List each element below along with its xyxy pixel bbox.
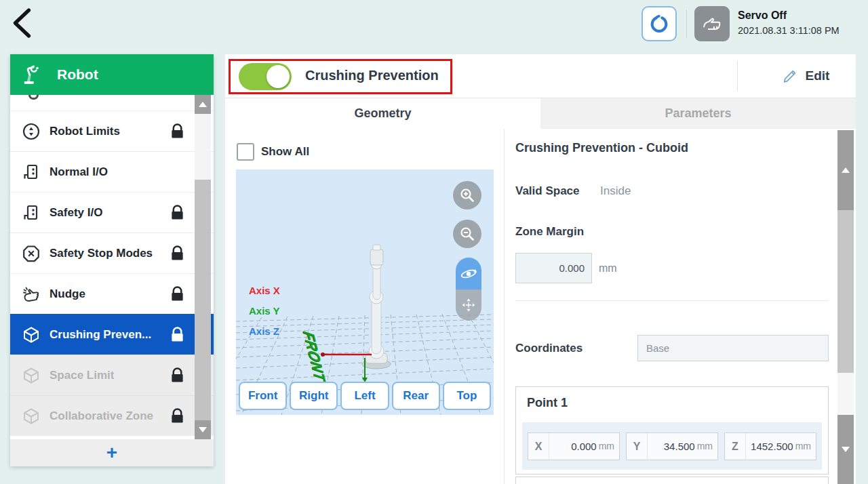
point1-x-field[interactable]: X 0.000 mm xyxy=(528,432,620,460)
rotate-view-button[interactable] xyxy=(456,258,481,289)
scrollbar-thumb[interactable] xyxy=(195,180,211,422)
tab-geometry[interactable]: Geometry xyxy=(225,98,540,129)
servo-status: Servo Off xyxy=(738,9,840,22)
column-divider xyxy=(504,129,505,484)
sidebar-title: Robot xyxy=(57,66,98,83)
sidebar-item-label: Nudge xyxy=(50,287,85,301)
show-all-checkbox[interactable] xyxy=(237,143,254,161)
mode-gripper-icon xyxy=(648,13,670,35)
view-top-button[interactable]: Top xyxy=(443,382,491,410)
arrow-down-icon xyxy=(842,447,850,452)
sidebar-item-crushing-prevention[interactable]: Crushing Preven... xyxy=(10,314,214,355)
tab-bar: Geometry Parameters xyxy=(225,98,856,129)
lock-icon xyxy=(170,204,185,222)
pan-view-button[interactable] xyxy=(456,289,481,321)
cube-icon xyxy=(22,366,41,385)
timestamp: 2021.08.31 3:11:08 PM xyxy=(738,24,840,37)
main-panel: Crushing Prevention Edit Geometry Parame… xyxy=(225,54,856,484)
arrow-down-icon xyxy=(199,427,207,432)
back-button[interactable] xyxy=(9,7,35,39)
toggle-label: Crushing Prevention xyxy=(305,54,439,96)
arrow-up-icon xyxy=(199,102,207,107)
robot-arm-icon xyxy=(21,65,40,84)
sidebar-item-safety-io[interactable]: Safety I/O xyxy=(10,192,214,233)
lock-icon xyxy=(170,407,185,425)
view-rear-button[interactable]: Rear xyxy=(392,382,440,410)
coordinates-label: Coordinates xyxy=(515,335,583,361)
panel-header: Crushing Prevention Edit xyxy=(225,54,856,98)
z-axis-label: Z xyxy=(725,433,746,460)
scroll-down-button[interactable] xyxy=(195,420,211,439)
topbar-divider xyxy=(686,9,687,38)
scrollbar-thumb[interactable] xyxy=(837,210,854,373)
valid-space-value: Inside xyxy=(600,184,631,198)
robot-3d-viewport[interactable]: FRONT Axis X Axis Y Axis Z xyxy=(236,169,494,415)
show-all-label: Show All xyxy=(261,145,309,159)
scroll-up-button[interactable] xyxy=(195,95,211,114)
axis-y-label: Axis Y xyxy=(249,305,280,317)
details-scrollbar[interactable] xyxy=(837,130,854,484)
add-item-button[interactable]: + xyxy=(10,439,214,466)
point1-section: Point 1 X 0.000 mm Y 34.500 mm Z 1452.50… xyxy=(515,386,829,475)
view-front-button[interactable]: Front xyxy=(239,382,287,410)
point1-z-field[interactable]: Z 1452.500 mm xyxy=(724,432,816,460)
sidebar-item-label: Robot Limits xyxy=(50,125,120,138)
arrow-up-icon xyxy=(842,167,850,173)
sidebar-header: Robot xyxy=(10,54,214,95)
stop-octagon-icon xyxy=(22,244,41,263)
robot-settings-screen: Servo Off 2021.08.31 3:11:08 PM Robot xyxy=(0,0,868,484)
z-unit: mm xyxy=(793,441,816,451)
orbit-icon xyxy=(459,264,478,283)
lock-icon xyxy=(170,285,185,303)
sidebar-item-robot-limits[interactable]: Robot Limits xyxy=(10,110,214,151)
sidebar-item-label: Space Limit xyxy=(50,369,114,382)
hand-icon xyxy=(701,12,724,35)
scroll-up-button[interactable] xyxy=(837,130,854,210)
y-unit: mm xyxy=(695,441,717,451)
point1-y-field[interactable]: Y 34.500 mm xyxy=(626,432,718,460)
axis-x-label: Axis X xyxy=(249,285,280,296)
view-left-button[interactable]: Left xyxy=(340,382,389,410)
section-divider xyxy=(515,300,829,301)
scroll-down-button[interactable] xyxy=(837,415,854,484)
point1-title: Point 1 xyxy=(527,396,568,410)
sidebar-item-normal-io[interactable]: Normal I/O xyxy=(10,151,214,192)
header-divider xyxy=(737,60,738,92)
io-icon xyxy=(22,203,41,222)
sidebar-item-safety-stop-modes[interactable]: Safety Stop Modes xyxy=(10,233,214,273)
back-chevron-icon xyxy=(9,7,35,39)
zone-margin-unit: mm xyxy=(599,253,617,283)
view-right-button[interactable]: Right xyxy=(290,382,338,410)
servo-status-box[interactable] xyxy=(694,6,730,41)
y-axis-label: Y xyxy=(627,433,648,460)
sidebar-item-nudge[interactable]: Nudge xyxy=(10,273,214,314)
pencil-icon xyxy=(781,66,800,85)
sidebar: Robot Robot Limits Normal I/O xyxy=(10,54,214,466)
edit-button[interactable]: Edit xyxy=(754,54,856,98)
sidebar-item-collaborative-zone[interactable]: Collaborative Zone xyxy=(10,395,214,436)
x-value: 0.000 xyxy=(549,441,597,452)
magnifier-plus-icon xyxy=(457,185,477,205)
zone-margin-input[interactable]: 0.000 xyxy=(515,253,592,283)
sidebar-item-space-limit[interactable]: Space Limit xyxy=(10,355,214,395)
view-buttons-row: Front Right Left Rear Top xyxy=(239,382,491,410)
zoom-in-button[interactable] xyxy=(453,181,481,209)
point1-fields-row: X 0.000 mm Y 34.500 mm Z 1452.500 mm xyxy=(522,422,822,470)
pan-arrows-icon xyxy=(460,296,477,314)
sidebar-scrollbar[interactable] xyxy=(195,95,211,439)
show-all-row: Show All xyxy=(237,143,309,161)
lock-icon xyxy=(170,326,185,344)
robot-mode-button[interactable] xyxy=(642,6,677,41)
crushing-prevention-toggle[interactable] xyxy=(239,63,292,90)
coordinates-select[interactable]: Base xyxy=(637,335,829,361)
magnifier-minus-icon xyxy=(457,224,477,244)
plus-icon: + xyxy=(106,442,117,464)
cube-icon xyxy=(22,325,41,344)
tab-parameters[interactable]: Parameters xyxy=(540,98,856,129)
io-icon xyxy=(22,163,41,182)
zoom-out-button[interactable] xyxy=(453,220,481,248)
sidebar-list: Robot Limits Normal I/O Safety I/O xyxy=(10,95,214,439)
y-value: 34.500 xyxy=(648,441,695,452)
sidebar-item-label: Safety I/O xyxy=(50,206,102,220)
x-axis-label: X xyxy=(528,433,549,460)
